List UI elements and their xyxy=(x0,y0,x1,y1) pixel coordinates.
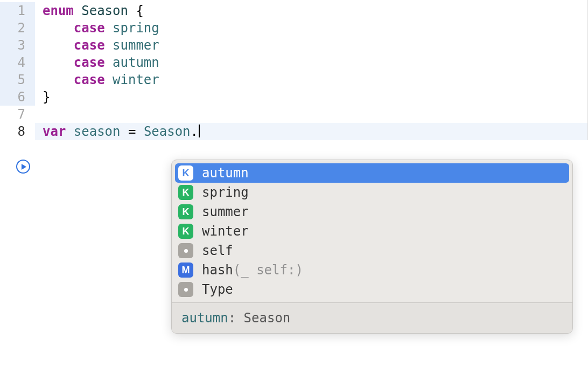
autocomplete-detail: autumn: Season xyxy=(172,302,572,333)
enum-case: winter xyxy=(113,72,159,87)
kind-badge-keyword-icon: K xyxy=(178,185,193,200)
autocomplete-popup: K autumn K spring K summer K winter self… xyxy=(171,160,573,334)
detail-name: autumn xyxy=(181,310,228,326)
code-line-2[interactable]: case spring xyxy=(35,19,587,37)
autocomplete-label: Type xyxy=(202,282,233,297)
close-brace: } xyxy=(43,89,50,105)
line-number-5[interactable]: 5 xyxy=(0,71,35,88)
code-line-1[interactable]: enum Season { xyxy=(35,2,587,19)
line-number-3[interactable]: 3 xyxy=(0,37,35,54)
gutter: 1 2 3 4 5 6 7 8 xyxy=(0,0,35,140)
keyword-case: case xyxy=(74,38,105,53)
code-line-7[interactable] xyxy=(35,106,587,123)
text-cursor xyxy=(199,125,200,137)
autocomplete-item-self[interactable]: self xyxy=(175,241,569,260)
line-number-8[interactable]: 8 xyxy=(0,123,35,140)
code-line-5[interactable]: case winter xyxy=(35,71,587,88)
kind-badge-other-icon xyxy=(178,282,193,297)
code-line-8[interactable]: var season = Season. xyxy=(35,123,587,140)
autocomplete-item-spring[interactable]: K spring xyxy=(175,183,569,202)
var-name: season xyxy=(74,124,121,139)
autocomplete-label: spring xyxy=(202,185,249,200)
autocomplete-label: hash(_ self:) xyxy=(202,263,303,278)
line-number-4[interactable]: 4 xyxy=(0,54,35,71)
detail-separator: : xyxy=(228,310,244,326)
autocomplete-list: K autumn K spring K summer K winter self… xyxy=(172,160,572,302)
autocomplete-item-autumn[interactable]: K autumn xyxy=(175,163,569,183)
code-line-6[interactable]: } xyxy=(35,88,587,106)
autocomplete-item-hash[interactable]: M hash(_ self:) xyxy=(175,260,569,280)
autocomplete-label: summer xyxy=(202,204,249,219)
play-icon xyxy=(21,164,27,170)
autocomplete-item-summer[interactable]: K summer xyxy=(175,202,569,222)
open-brace: { xyxy=(136,3,143,18)
type-reference: Season xyxy=(144,124,191,139)
kind-badge-keyword-icon: K xyxy=(178,224,193,239)
enum-case: autumn xyxy=(113,55,159,70)
type-name: Season xyxy=(81,3,128,18)
kind-badge-other-icon xyxy=(178,243,193,258)
code-editor: 1 2 3 4 5 6 7 8 enum Season { case sprin… xyxy=(0,0,588,140)
dot: . xyxy=(191,124,198,139)
line-number-7[interactable]: 7 xyxy=(0,106,35,123)
code-area[interactable]: enum Season { case spring case summer ca… xyxy=(35,0,588,140)
kind-badge-keyword-icon: K xyxy=(178,165,193,181)
autocomplete-label: self xyxy=(202,243,233,258)
enum-case: spring xyxy=(113,20,159,36)
detail-type: Season xyxy=(244,310,291,326)
keyword-case: case xyxy=(74,72,105,87)
enum-case: summer xyxy=(113,38,159,53)
keyword-var: var xyxy=(43,124,66,139)
kind-badge-keyword-icon: K xyxy=(178,204,193,219)
kind-badge-method-icon: M xyxy=(178,263,193,278)
keyword-case: case xyxy=(74,20,105,36)
line-number-1[interactable]: 1 xyxy=(0,2,35,19)
autocomplete-label: winter xyxy=(202,224,249,239)
code-line-4[interactable]: case autumn xyxy=(35,54,587,71)
keyword-case: case xyxy=(74,55,105,70)
run-button[interactable] xyxy=(16,160,30,174)
autocomplete-item-winter[interactable]: K winter xyxy=(175,222,569,241)
code-line-3[interactable]: case summer xyxy=(35,37,587,54)
line-number-6[interactable]: 6 xyxy=(0,88,35,106)
autocomplete-label: autumn xyxy=(202,165,249,181)
line-number-2[interactable]: 2 xyxy=(0,19,35,37)
keyword-enum: enum xyxy=(43,3,74,18)
equals: = xyxy=(121,124,144,139)
autocomplete-item-type[interactable]: Type xyxy=(175,280,569,299)
